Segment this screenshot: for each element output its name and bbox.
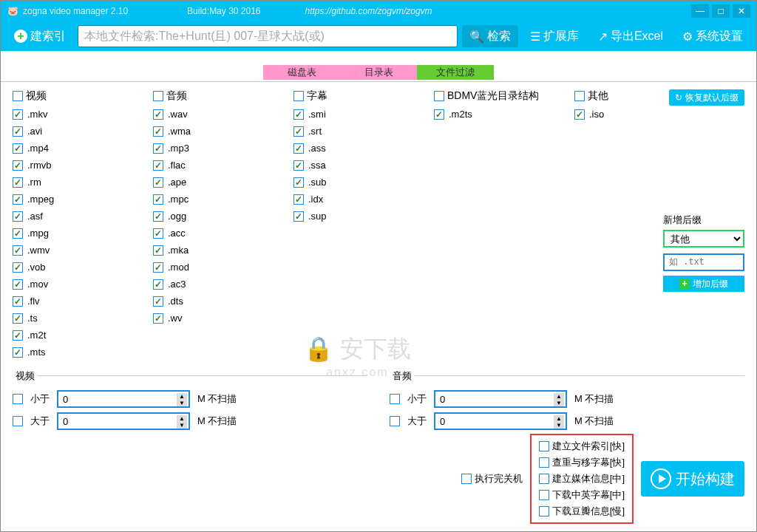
ext-label: .wmv <box>27 245 50 256</box>
ext-label: .wma <box>168 126 191 137</box>
video-scan-title: 视频 <box>13 369 38 383</box>
ext-checkbox[interactable] <box>153 109 163 120</box>
category-select[interactable]: 其他 <box>663 230 744 248</box>
ext-label: .ts <box>27 313 38 324</box>
opt3-checkbox[interactable] <box>539 474 549 484</box>
ext-checkbox[interactable] <box>153 228 163 239</box>
ext-checkbox[interactable] <box>293 194 304 205</box>
opt2-checkbox[interactable] <box>539 457 549 468</box>
other-header-checkbox[interactable] <box>574 91 585 101</box>
tab-filter[interactable]: 文件过滤 <box>417 65 494 80</box>
ext-checkbox[interactable] <box>13 143 23 154</box>
ext-label: .smi <box>308 109 326 120</box>
ext-checkbox[interactable] <box>153 245 163 256</box>
ext-checkbox[interactable] <box>13 245 23 256</box>
ext-checkbox[interactable] <box>293 177 304 188</box>
ext-checkbox[interactable] <box>13 313 23 324</box>
ext-label: .flac <box>168 160 186 171</box>
app-title: zogna video manager 2.10 <box>23 6 128 16</box>
ext-checkbox[interactable] <box>13 296 23 307</box>
ext-label: .flv <box>27 296 40 307</box>
tab-disk[interactable]: 磁盘表 <box>263 65 340 80</box>
video-gt-checkbox[interactable] <box>13 416 23 426</box>
ext-label: .sub <box>308 177 327 188</box>
ext-label: .dts <box>168 296 183 307</box>
ext-checkbox[interactable] <box>13 262 23 273</box>
minimize-button[interactable]: — <box>691 4 709 18</box>
ext-checkbox[interactable] <box>13 347 23 358</box>
build-options-box: 建立文件索引[快] 查重与移字幕[快] 建立媒体信息[中] 下载中英字幕[中] … <box>530 434 634 524</box>
ext-label: .mpeg <box>27 194 54 205</box>
list-icon: ☰ <box>530 30 540 44</box>
extend-lib-button[interactable]: ☰ 扩展库 <box>523 25 586 47</box>
audio-header-checkbox[interactable] <box>153 91 163 101</box>
ext-checkbox[interactable] <box>153 160 163 171</box>
bdmv-header-checkbox[interactable] <box>434 91 444 101</box>
video-header-checkbox[interactable] <box>13 91 23 101</box>
ext-checkbox[interactable] <box>293 109 304 120</box>
search-button[interactable]: 🔍 检索 <box>462 25 518 47</box>
ext-label: .mod <box>168 262 189 273</box>
refresh-icon: ↻ <box>675 92 682 103</box>
ext-checkbox[interactable] <box>13 126 23 137</box>
opt1-checkbox[interactable] <box>539 441 549 451</box>
ext-checkbox[interactable] <box>153 177 163 188</box>
ext-checkbox[interactable] <box>13 228 23 239</box>
ext-checkbox[interactable] <box>13 279 23 290</box>
video-gt-input[interactable]: 0▲▼ <box>57 412 190 430</box>
audio-lt-checkbox[interactable] <box>390 394 400 404</box>
ext-checkbox[interactable] <box>153 279 163 290</box>
video-scan-group: 视频 小于 0▲▼ M 不扫描 大于 0▲▼ M 不扫描 <box>13 375 367 434</box>
build-index-button[interactable]: 建索引 <box>7 25 73 47</box>
ext-checkbox[interactable] <box>13 160 23 171</box>
ext-checkbox[interactable] <box>13 177 23 188</box>
ext-checkbox[interactable] <box>13 109 23 120</box>
ext-checkbox[interactable] <box>153 296 163 307</box>
add-extension-button[interactable]: 增加后缀 <box>663 276 744 292</box>
maximize-button[interactable]: □ <box>712 4 730 18</box>
restore-defaults-button[interactable]: ↻ 恢复默认后缀 <box>669 89 744 106</box>
ext-label: .sup <box>308 211 327 222</box>
subtitle-header-checkbox[interactable] <box>293 91 304 101</box>
ext-checkbox[interactable] <box>153 143 163 154</box>
app-icon: 🐷 <box>7 5 18 17</box>
opt5-checkbox[interactable] <box>539 506 549 516</box>
export-excel-button[interactable]: ↗ 导出Excel <box>591 25 671 47</box>
ext-checkbox[interactable] <box>434 109 444 120</box>
video-lt-checkbox[interactable] <box>13 394 23 404</box>
ext-checkbox[interactable] <box>153 126 163 137</box>
ext-checkbox[interactable] <box>293 143 304 154</box>
ext-checkbox[interactable] <box>153 262 163 273</box>
video-lt-input[interactable]: 0▲▼ <box>57 390 190 408</box>
ext-label: .ass <box>308 143 326 154</box>
ext-checkbox[interactable] <box>293 160 304 171</box>
ext-checkbox[interactable] <box>13 194 23 205</box>
ext-label: .mkv <box>27 109 47 120</box>
ext-checkbox[interactable] <box>574 109 585 120</box>
audio-gt-checkbox[interactable] <box>390 416 400 426</box>
repo-url: https://github.com/zogvm/zogvm <box>305 6 432 16</box>
system-settings-button[interactable]: ⚙ 系统设置 <box>675 25 750 47</box>
tab-dir[interactable]: 目录表 <box>340 65 417 80</box>
play-icon <box>651 468 671 489</box>
extension-input[interactable] <box>663 253 744 271</box>
shutdown-checkbox[interactable] <box>461 474 472 484</box>
ext-label: .vob <box>27 262 46 273</box>
ext-checkbox[interactable] <box>153 211 163 222</box>
ext-checkbox[interactable] <box>153 194 163 205</box>
close-button[interactable]: ✕ <box>733 4 750 18</box>
audio-lt-input[interactable]: 0▲▼ <box>434 390 567 408</box>
ext-checkbox[interactable] <box>293 211 304 222</box>
start-build-button[interactable]: 开始构建 <box>641 461 744 497</box>
ext-checkbox[interactable] <box>153 313 163 324</box>
ext-checkbox[interactable] <box>293 126 304 137</box>
ext-checkbox[interactable] <box>13 330 23 341</box>
ext-label: .m2ts <box>449 109 472 120</box>
search-input[interactable]: 本地文件检索:The+Hunt(且) 007-星球大战(或) <box>78 25 458 47</box>
ext-checkbox[interactable] <box>13 211 23 222</box>
ext-label: .asf <box>27 211 43 222</box>
plus-icon <box>14 30 27 43</box>
audio-gt-input[interactable]: 0▲▼ <box>434 412 567 430</box>
opt4-checkbox[interactable] <box>539 490 549 500</box>
shutdown-label: 执行完关机 <box>475 472 523 485</box>
